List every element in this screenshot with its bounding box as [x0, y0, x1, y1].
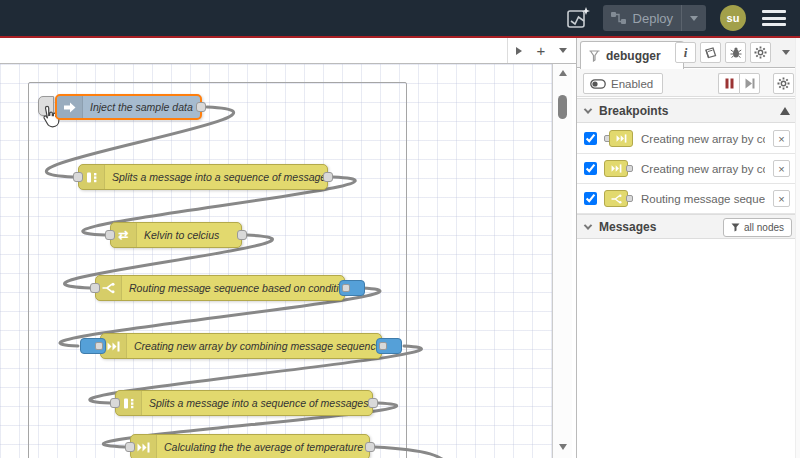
- collapse-chevron-icon: [584, 105, 592, 113]
- output-port[interactable]: [237, 230, 247, 240]
- breakpoints-section-header[interactable]: Breakpoints: [577, 98, 800, 123]
- split-icon: [123, 398, 135, 409]
- output-port[interactable]: [368, 398, 378, 408]
- chevron-down-icon: [782, 50, 790, 55]
- header: Deploy su: [0, 0, 800, 36]
- output-port[interactable]: [365, 442, 375, 452]
- node-label: Inject the sample data: [83, 96, 200, 118]
- deploy-label: Deploy: [627, 11, 681, 26]
- breakpoints-title: Breakpoints: [599, 104, 668, 118]
- scroll-down-icon[interactable]: [559, 444, 567, 450]
- messages-section-header[interactable]: Messages all nodes: [577, 214, 800, 239]
- book-icon: [704, 47, 717, 59]
- output-port[interactable]: [342, 284, 350, 292]
- tab-scroll-right-button[interactable]: [508, 38, 530, 63]
- join-icon: [107, 341, 120, 352]
- join-icon: [611, 164, 622, 173]
- scrollbar-thumb[interactable]: [558, 95, 567, 119]
- gear-icon: [754, 46, 767, 59]
- node-join[interactable]: Creating new array by combining message …: [100, 333, 382, 359]
- pause-button[interactable]: [718, 73, 739, 94]
- debugger-enabled-toggle[interactable]: Enabled: [583, 73, 663, 94]
- join-node-badge: [604, 160, 633, 177]
- hamburger-menu-icon: [762, 10, 786, 13]
- scroll-up-icon[interactable]: [559, 70, 567, 76]
- tab-label: debugger: [606, 49, 661, 63]
- port-icon: [626, 195, 633, 202]
- remove-breakpoint-button[interactable]: ×: [773, 160, 790, 177]
- bug-icon: [730, 46, 742, 59]
- node-label: Calculating the the average of temperatu…: [157, 435, 369, 458]
- breakpoint-label: Creating new array by combining message …: [641, 163, 765, 175]
- sidebar-scrollbar[interactable]: [795, 38, 800, 458]
- list-scroll-up-icon[interactable]: [780, 107, 790, 115]
- remove-breakpoint-button[interactable]: ×: [773, 130, 790, 147]
- breakpoint-row[interactable]: Creating new array by combining message …: [577, 124, 800, 154]
- debugger-settings-button[interactable]: [773, 73, 794, 94]
- breakpoint-marker-output[interactable]: [376, 338, 402, 354]
- tab-help-button[interactable]: [700, 42, 721, 63]
- step-icon: [745, 78, 755, 89]
- node-inject[interactable]: Inject the sample data: [55, 94, 202, 120]
- sidebar: debugger i: [576, 38, 800, 458]
- output-port[interactable]: [323, 172, 333, 182]
- join-node-badge: [604, 130, 633, 147]
- tab-debug-button[interactable]: [725, 42, 746, 63]
- inject-arrow-icon: [64, 102, 76, 113]
- step-button[interactable]: [739, 73, 760, 94]
- input-port[interactable]: [110, 398, 120, 408]
- inject-trigger-button[interactable]: [38, 96, 54, 116]
- node-red-editor: Deploy su +: [0, 0, 800, 458]
- workspace-tabbar: +: [0, 38, 576, 64]
- add-flow-button[interactable]: +: [530, 38, 552, 63]
- main-menu-button[interactable]: [762, 10, 786, 26]
- sidebar-options-button[interactable]: [775, 42, 796, 63]
- filter-label: all nodes: [744, 222, 784, 233]
- output-port[interactable]: [196, 102, 206, 112]
- input-port[interactable]: [125, 442, 135, 452]
- flow-list-button[interactable]: [552, 38, 574, 63]
- remove-breakpoint-button[interactable]: ×: [773, 190, 790, 207]
- deploy-options-button[interactable]: [681, 5, 706, 31]
- canvas-vertical-scrollbar[interactable]: [552, 64, 572, 458]
- debugger-toolbar: Enabled: [577, 69, 800, 97]
- enabled-label: Enabled: [611, 78, 653, 90]
- node-change[interactable]: ⇄ Kelvin to celcius: [110, 222, 242, 248]
- tab-debugger[interactable]: debugger: [580, 41, 684, 69]
- tab-config-button[interactable]: [750, 42, 771, 63]
- node-switch[interactable]: Routing message sequence based on condit…: [95, 275, 345, 301]
- breakpoint-row[interactable]: Routing message sequence based on condit…: [577, 184, 800, 214]
- wire[interactable]: [375, 447, 450, 458]
- message-filter-button[interactable]: all nodes: [723, 218, 792, 237]
- node-label: Routing message sequence based on condit…: [122, 276, 344, 300]
- switch-icon: [611, 194, 622, 204]
- switch-icon: [102, 282, 115, 294]
- breakpoint-marker-input[interactable]: [80, 338, 106, 354]
- input-port[interactable]: [73, 172, 83, 182]
- deploy-button[interactable]: Deploy: [603, 5, 706, 31]
- node-join[interactable]: Calculating the the average of temperatu…: [130, 434, 370, 458]
- toggle-icon: [590, 79, 606, 89]
- breakpoint-label: Creating new array by combining message …: [641, 133, 765, 145]
- input-port[interactable]: [95, 342, 103, 350]
- switch-node-badge: [604, 190, 633, 207]
- port-icon: [626, 165, 633, 172]
- node-split[interactable]: Splits a message into a sequence of mess…: [115, 390, 373, 416]
- tab-info-button[interactable]: i: [675, 42, 696, 63]
- flask-icon: [589, 50, 600, 62]
- input-port[interactable]: [105, 230, 115, 240]
- breakpoint-checkbox[interactable]: [584, 162, 597, 175]
- node-label: Splits a message into a sequence of mess…: [105, 165, 327, 189]
- node-split[interactable]: Splits a message into a sequence of mess…: [78, 164, 328, 190]
- flow-canvas[interactable]: Inject the sample data Splits a message …: [0, 64, 552, 458]
- input-port[interactable]: [90, 283, 100, 293]
- user-avatar[interactable]: su: [720, 5, 746, 31]
- split-icon: [86, 172, 98, 183]
- breakpoint-checkbox[interactable]: [584, 132, 597, 145]
- ai-assistant-button[interactable]: [563, 4, 593, 32]
- join-icon: [137, 442, 150, 453]
- breakpoint-row[interactable]: Creating new array by combining message …: [577, 154, 800, 184]
- breakpoint-marker-output[interactable]: [339, 280, 365, 296]
- output-port[interactable]: [379, 342, 387, 350]
- breakpoint-checkbox[interactable]: [584, 192, 597, 205]
